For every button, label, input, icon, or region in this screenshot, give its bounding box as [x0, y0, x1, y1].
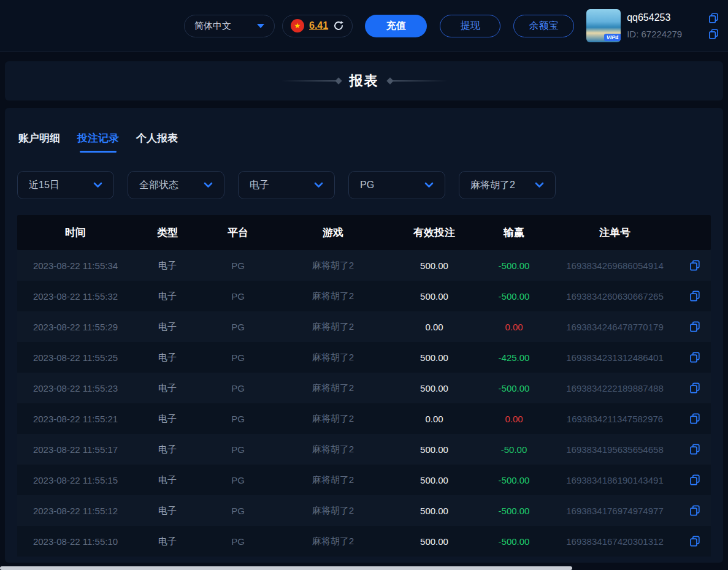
header-type: 类型 [134, 226, 201, 240]
cell-win-loss: -500.00 [477, 475, 551, 485]
cell-type: 电子 [134, 321, 201, 333]
cell-valid-bet: 500.00 [391, 536, 477, 547]
cell-valid-bet: 0.00 [391, 322, 477, 332]
chevron-down-icon [314, 182, 323, 188]
cell-type: 电子 [134, 260, 201, 272]
copy-icon [689, 474, 701, 486]
copy-user-id-button[interactable] [708, 28, 719, 40]
vip-badge: VIP4 [604, 34, 621, 41]
copy-icon [689, 259, 701, 272]
copy-order-button[interactable] [679, 382, 711, 394]
cell-order-no: 1693834211347582976 [551, 414, 679, 424]
cell-win-loss: -50.00 [477, 444, 551, 455]
cell-type: 电子 [134, 382, 201, 394]
tab-personal-report[interactable]: 个人报表 [136, 131, 178, 153]
cell-time: 2023-08-22 11:55:12 [17, 506, 134, 516]
filter-bar: 近15日 全部状态 电子 PG 麻将胡了2 [17, 171, 711, 199]
cell-win-loss: 0.00 [477, 322, 551, 332]
cell-valid-bet: 500.00 [391, 506, 477, 516]
cell-type: 电子 [134, 474, 201, 486]
copy-icon [689, 321, 701, 333]
filter-game[interactable]: 麻将胡了2 [459, 171, 556, 199]
tab-account-details[interactable]: 账户明细 [18, 131, 60, 153]
copy-icon [689, 535, 701, 547]
cell-platform: PG [201, 536, 275, 547]
language-selector[interactable]: 简体中文 [184, 15, 275, 37]
cell-platform: PG [201, 352, 275, 363]
cell-type: 电子 [134, 444, 201, 455]
cell-game: 麻将胡了2 [275, 321, 391, 333]
cell-win-loss: -425.00 [477, 352, 551, 363]
filter-date-range[interactable]: 近15日 [17, 171, 114, 199]
copy-order-button[interactable] [679, 321, 711, 333]
horizontal-scrollbar-thumb[interactable] [0, 566, 572, 570]
copy-icon [708, 28, 719, 40]
cell-platform: PG [201, 475, 275, 485]
avatar[interactable]: VIP4 [586, 9, 621, 42]
refresh-rate-button[interactable] [333, 20, 344, 31]
cell-time: 2023-08-22 11:55:21 [17, 414, 134, 424]
cell-platform: PG [201, 414, 275, 424]
cell-type: 电子 [134, 536, 201, 547]
header-game: 游戏 [275, 226, 391, 240]
cell-game: 麻将胡了2 [275, 505, 391, 517]
cell-game: 麻将胡了2 [275, 291, 391, 302]
cell-game: 麻将胡了2 [275, 382, 391, 394]
copy-order-button[interactable] [679, 351, 711, 363]
cell-type: 电子 [134, 413, 201, 425]
chevron-down-icon [424, 182, 434, 188]
copy-order-button[interactable] [679, 504, 711, 517]
china-flag-icon: ★ [291, 19, 304, 32]
header-time: 时间 [17, 226, 134, 240]
chevron-down-icon [93, 182, 102, 188]
cell-type: 电子 [134, 352, 201, 363]
cell-time: 2023-08-22 11:55:25 [17, 352, 134, 363]
copy-order-button[interactable] [679, 474, 711, 486]
copy-icon [689, 351, 701, 363]
table-row: 2023-08-22 11:55:29 电子 PG 麻将胡了2 0.00 0.0… [17, 311, 711, 342]
cell-order-no: 1693834246478770179 [551, 322, 679, 332]
table-body: 2023-08-22 11:55:34 电子 PG 麻将胡了2 500.00 -… [17, 250, 711, 557]
copy-order-button[interactable] [679, 290, 711, 302]
cell-win-loss: -500.00 [477, 291, 551, 302]
cell-time: 2023-08-22 11:55:10 [17, 536, 134, 547]
filter-value: 麻将胡了2 [470, 179, 515, 192]
withdraw-button[interactable]: 提现 [440, 15, 500, 37]
page-title-panel: 报表 [5, 61, 723, 101]
cell-platform: PG [201, 260, 275, 271]
tab-bet-records[interactable]: 投注记录 [77, 131, 119, 153]
header-win-loss: 输赢 [477, 226, 551, 240]
user-id: ID: 67224279 [627, 29, 682, 39]
cell-order-no: 1693834167420301312 [551, 536, 679, 547]
copy-order-button[interactable] [679, 535, 711, 547]
yuebao-button[interactable]: 余额宝 [513, 15, 574, 37]
cell-valid-bet: 500.00 [391, 475, 477, 485]
cell-order-no: 1693834260630667265 [551, 291, 679, 302]
deposit-button[interactable]: 充值 [365, 15, 427, 37]
filter-platform[interactable]: PG [348, 171, 445, 199]
copy-username-button[interactable] [708, 12, 719, 24]
cell-type: 电子 [134, 505, 201, 517]
copy-order-button[interactable] [679, 412, 711, 425]
header-order-no: 注单号 [551, 226, 679, 240]
filter-value: 全部状态 [139, 179, 178, 192]
cell-platform: PG [201, 383, 275, 393]
title-decoration-right [389, 80, 447, 82]
top-bar: 简体中文 ★ 6.41 充值 提现 余额宝 VIP4 qq654253 [0, 0, 728, 52]
main-panel: 账户明细 投注记录 个人报表 近15日 全部状态 电子 PG 麻将胡了2 时间 … [5, 108, 723, 563]
filter-game-type[interactable]: 电子 [238, 171, 335, 199]
bet-records-table: 时间 类型 平台 游戏 有效投注 输赢 注单号 2023-08-22 11:55… [17, 215, 711, 557]
copy-order-button[interactable] [679, 443, 711, 455]
cell-platform: PG [201, 322, 275, 332]
header-platform: 平台 [201, 226, 275, 240]
cell-time: 2023-08-22 11:55:15 [17, 475, 134, 485]
filter-status[interactable]: 全部状态 [128, 171, 224, 199]
cell-win-loss: 0.00 [477, 414, 551, 424]
cell-order-no: 1693834195635654658 [551, 444, 679, 455]
cell-time: 2023-08-22 11:55:32 [17, 291, 134, 302]
table-row: 2023-08-22 11:55:21 电子 PG 麻将胡了2 0.00 0.0… [17, 403, 711, 434]
table-row: 2023-08-22 11:55:15 电子 PG 麻将胡了2 500.00 -… [17, 465, 711, 495]
copy-order-button[interactable] [679, 259, 711, 272]
table-row: 2023-08-22 11:55:34 电子 PG 麻将胡了2 500.00 -… [17, 250, 711, 281]
cell-valid-bet: 500.00 [391, 444, 477, 455]
